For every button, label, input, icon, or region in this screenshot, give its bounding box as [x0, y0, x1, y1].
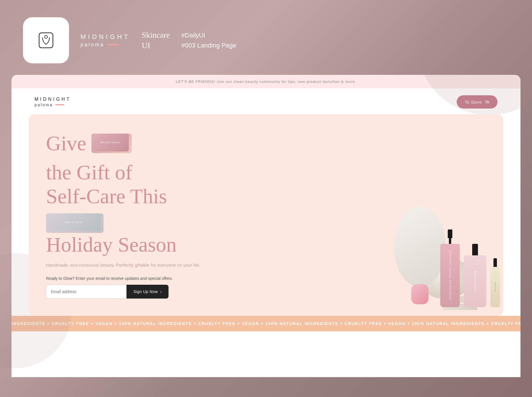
hero-gift-text: the Gift of — [46, 161, 132, 185]
bottle-body-tall: MIDNIGHT paloma BRIGHTENER — [440, 244, 460, 307]
nav-bar-decoration — [55, 104, 64, 105]
meta-logo-box — [23, 17, 69, 63]
hero-headline-line1: Give BRIGHTENER the Gift of — [46, 132, 213, 185]
hero-content: Give BRIGHTENER the Gift of Self-Care Th… — [29, 114, 230, 316]
svg-rect-0 — [39, 33, 53, 48]
hero-give-text: Give — [46, 132, 86, 155]
meta-brand-bar — [107, 44, 119, 45]
hero-cta-label: Ready to Glow? Enter your email to recei… — [46, 276, 213, 281]
meta-brand-sub-text: paloma — [81, 42, 104, 48]
to-store-label: To Store — [465, 100, 482, 105]
announcement-bar: LET'S BE FRIENDS! Join our clean beauty … — [12, 75, 520, 88]
signup-button[interactable]: Sign Up Now › — [127, 285, 169, 299]
nav-logo: MIDNIGHT paloma — [35, 97, 71, 107]
bottle-pump-head — [448, 229, 452, 238]
meta-brand: MIDNIGHT paloma — [81, 33, 130, 48]
bottle-body-medium: BRIGHTENER — [464, 255, 486, 307]
ticker-content: INGREDIENTS + CRUELTY FREE + VEGAN + 100… — [12, 321, 520, 326]
meta-skincare-label: Skincare UI — [142, 30, 170, 51]
hero-inset-image1: BRIGHTENER — [91, 134, 132, 153]
nav-logo-sub-text: paloma — [35, 102, 53, 107]
inset-label1: BRIGHTENER — [100, 141, 120, 145]
nav-logo-name: MIDNIGHT — [35, 97, 71, 102]
bottle-medium: BRIGHTENER — [464, 244, 487, 310]
meta-brand-sub-row: paloma — [81, 42, 130, 48]
roller-cap — [493, 258, 497, 267]
roller-body: FACE OIL — [490, 267, 500, 307]
signup-arrow-icon: › — [160, 289, 162, 294]
roller-label: FACE OIL — [494, 282, 496, 292]
svg-point-1 — [45, 35, 47, 38]
nav: MIDNIGHT paloma To Store 🛍 — [12, 88, 520, 114]
hero-headline: Give BRIGHTENER the Gift of Self-Care Th… — [46, 132, 213, 257]
svg-rect-3 — [411, 284, 428, 304]
hero-products: MIDNIGHT paloma BRIGHTENER BRIGHTENER FA… — [354, 160, 503, 316]
hero-cta-row: Sign Up Now › — [46, 285, 213, 299]
signup-label: Sign Up Now — [133, 289, 158, 294]
shield-icon — [37, 31, 55, 50]
bottle-label-medium: BRIGHTENER — [474, 271, 476, 292]
hero-holiday-text: Holiday Season — [46, 233, 213, 257]
product-bottles: MIDNIGHT paloma BRIGHTENER BRIGHTENER FA… — [440, 229, 500, 310]
bottle-roller: FACE OIL — [490, 258, 500, 310]
inset-label2: tools & more — [64, 221, 83, 224]
hero-headline-line2: Self-Care This tools & more — [46, 185, 213, 233]
bottle-brightener-tall: MIDNIGHT paloma BRIGHTENER — [440, 229, 460, 310]
ticker-bar: INGREDIENTS + CRUELTY FREE + VEGAN + 100… — [12, 316, 520, 331]
landing-card: LET'S BE FRIENDS! Join our clean beauty … — [12, 75, 520, 377]
meta-brand-name: MIDNIGHT — [81, 33, 130, 41]
store-icon: 🛍 — [485, 99, 490, 105]
hero-subtext: Handmade, eco-conscious beauty. Perfectl… — [46, 263, 213, 267]
bottle-pump-neck — [449, 238, 451, 244]
bottle-label-tall: MIDNIGHT paloma BRIGHTENER — [449, 250, 451, 301]
meta-daily-label: #DailyUI #003 Landing Page — [181, 30, 236, 50]
meta-header: MIDNIGHT paloma Skincare UI #DailyUI #00… — [0, 0, 532, 75]
to-store-button[interactable]: To Store 🛍 — [457, 95, 497, 109]
nav-logo-sub: paloma — [35, 102, 71, 107]
hero-section: Give BRIGHTENER the Gift of Self-Care Th… — [29, 114, 503, 316]
hero-selfcare-text: Self-Care This — [46, 185, 167, 208]
email-input[interactable] — [46, 285, 127, 299]
announcement-text: LET'S BE FRIENDS! Join our clean beauty … — [176, 79, 356, 84]
svg-point-2 — [394, 206, 446, 287]
hero-inset-image2: tools & more — [46, 213, 104, 233]
bottle-cap — [472, 244, 478, 255]
